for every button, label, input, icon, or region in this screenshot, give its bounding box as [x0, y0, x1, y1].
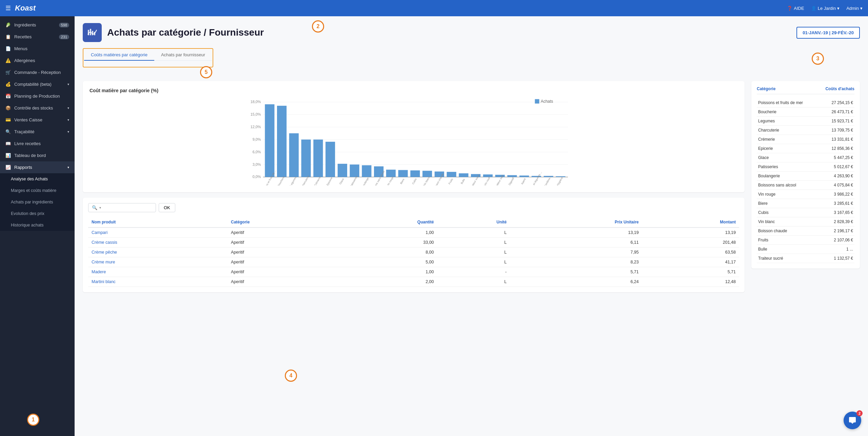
- user-menu[interactable]: 👤 Le Jardin ▾: [811, 6, 840, 11]
- topnav: ☰ Koast ❓ AIDE 👤 Le Jardin ▾ Admin ▾: [0, 0, 868, 16]
- sidebar-item-analyse-achats[interactable]: Analyse des Achats: [0, 173, 75, 185]
- page-title: Achats par catégorie / Fournisseur: [107, 27, 264, 38]
- sidebar-item-rapports[interactable]: 📈Rapports ▾: [0, 161, 75, 173]
- svg-text:6,0%: 6,0%: [253, 150, 261, 154]
- right-panel-header: Catégorie Coûts d'achats: [757, 86, 854, 94]
- chevron-icon: ▾: [67, 118, 69, 122]
- sidebar-item-evolution[interactable]: Evolution des prix: [0, 208, 75, 219]
- date-range-button[interactable]: 01-JANV.-19 | 29-FÉV.-20: [796, 27, 860, 39]
- product-name[interactable]: Crème mure: [88, 257, 228, 267]
- sidebar: 🥬Ingrédients 598 📋Recettes 231 📄Menus ⚠️…: [0, 16, 75, 436]
- table-row: Madere Aperitif 1,00 - 5,71 5,71: [88, 267, 739, 277]
- product-quantite: 5,00: [337, 257, 437, 267]
- product-montant: 201,48: [642, 238, 739, 247]
- table-row: Crème pêche Aperitif 8,00 L 7,95 63,58: [88, 247, 739, 257]
- product-unite: -: [437, 267, 510, 277]
- svg-rect-22: [289, 133, 299, 177]
- category-value: 5 012,67 €: [822, 162, 854, 172]
- search-input[interactable]: [103, 205, 151, 210]
- svg-text:Vin rouge: Vin rouge: [386, 176, 394, 185]
- sidebar-item-recettes[interactable]: 📋Recettes 231: [0, 31, 75, 43]
- category-label: Boissons sans alcool: [757, 181, 822, 190]
- rapports-icon: 📈: [5, 165, 11, 170]
- content-right: Catégorie Coûts d'achats Poissons et fru…: [751, 81, 860, 292]
- help-icon: ❓: [787, 6, 792, 11]
- chevron-down-icon: ▾: [860, 6, 863, 11]
- product-quantite: 33,00: [337, 238, 437, 247]
- product-categorie: Aperitif: [228, 277, 337, 287]
- right-panel-row: Patisseries 5 012,67 €: [757, 162, 854, 172]
- menu-icon[interactable]: ☰: [5, 4, 11, 12]
- main-content: Achats par catégorie / Fournisseur 01-JA…: [75, 16, 868, 436]
- admin-menu[interactable]: Admin ▾: [846, 6, 863, 11]
- category-label: Glace: [757, 153, 822, 162]
- sidebar-item-livre[interactable]: 📖Livre recettes: [0, 138, 75, 150]
- product-name[interactable]: Campari: [88, 227, 228, 238]
- sidebar-item-allergenes[interactable]: ⚠️Allergènes: [0, 55, 75, 66]
- comptabilite-icon: 💰: [5, 82, 11, 87]
- chat-bubble[interactable]: 2: [844, 412, 861, 429]
- svg-text:Cubis: Cubis: [411, 178, 417, 185]
- help-link[interactable]: ❓ AIDE: [787, 6, 804, 11]
- sidebar-item-tableau[interactable]: 📊Tableau de bord: [0, 150, 75, 161]
- svg-rect-60: [519, 176, 529, 177]
- svg-rect-44: [422, 171, 432, 177]
- recettes-icon: 📋: [5, 34, 11, 39]
- svg-text:Crémerie: Crémerie: [313, 176, 321, 185]
- svg-rect-28: [326, 142, 335, 177]
- chat-badge: 2: [856, 410, 863, 416]
- sidebar-item-marges[interactable]: Marges et coûts matière: [0, 185, 75, 196]
- search-chevron[interactable]: ▾: [99, 206, 101, 210]
- svg-text:Fruits: Fruits: [448, 178, 454, 185]
- page-header-left: Achats par catégorie / Fournisseur: [83, 23, 264, 42]
- table-row: Martini blanc Aperitif 2,00 L 6,24 12,48: [88, 277, 739, 287]
- product-name[interactable]: Crème cassis: [88, 238, 228, 247]
- tab-achats-fournisseur[interactable]: Achats par fournisseur: [154, 49, 212, 61]
- product-prix: 6,11: [510, 238, 642, 247]
- sidebar-item-historique[interactable]: Historique achats: [0, 219, 75, 231]
- right-panel-table: Poissons et fruits de mer 27 254,15 € Bo…: [757, 98, 854, 263]
- svg-rect-34: [362, 165, 371, 177]
- user-icon: 👤: [811, 6, 816, 11]
- category-label: Boisson chaude: [757, 226, 822, 236]
- sidebar-item-controle[interactable]: 📦Contrôle des stocks ▾: [0, 102, 75, 114]
- product-name[interactable]: Martini blanc: [88, 277, 228, 287]
- sidebar-item-tracabilite[interactable]: 🔍Traçabilité ▾: [0, 126, 75, 138]
- svg-rect-30: [338, 164, 347, 177]
- sidebar-item-menus[interactable]: 📄Menus: [0, 43, 75, 55]
- right-col1-label: Catégorie: [757, 86, 775, 91]
- product-name[interactable]: Madere: [88, 267, 228, 277]
- sidebar-item-comptabilite[interactable]: 💰Comptabilité (beta) ▾: [0, 78, 75, 90]
- right-panel-row: Crémerie 13 331,81 €: [757, 135, 854, 144]
- svg-text:18,0%: 18,0%: [251, 100, 261, 104]
- category-label: Crémerie: [757, 135, 822, 144]
- topnav-left: ☰ Koast: [5, 4, 36, 13]
- sidebar-item-ingredients[interactable]: 🥬Ingrédients 598: [0, 19, 75, 31]
- svg-rect-24: [301, 140, 311, 177]
- category-label: Vin rouge: [757, 190, 822, 199]
- page-header: Achats par catégorie / Fournisseur 01-JA…: [83, 23, 860, 42]
- sidebar-item-commande[interactable]: 🛒Commande - Réception: [0, 66, 75, 78]
- tab-couts-matieres[interactable]: Coûts matières par catégorie: [84, 49, 154, 61]
- svg-text:12,0%: 12,0%: [251, 125, 261, 129]
- product-quantite: 2,00: [337, 277, 437, 287]
- sidebar-item-ventes[interactable]: 💳Ventes Caisse ▾: [0, 114, 75, 126]
- category-value: 5 447,25 €: [822, 153, 854, 162]
- col-prix: Prix Unitaire: [510, 217, 642, 227]
- category-value: 13 331,81 €: [822, 135, 854, 144]
- category-value: 2 196,17 €: [822, 226, 854, 236]
- content-layout: Coût matière par catégorie (%) 18,0% 15,…: [83, 81, 860, 292]
- sidebar-item-planning[interactable]: 📅Planning de Production: [0, 90, 75, 102]
- ventes-icon: 💳: [5, 117, 11, 122]
- category-value: 3 167,65 €: [822, 208, 854, 217]
- chevron-icon: ▾: [67, 106, 69, 110]
- product-categorie: Aperitif: [228, 257, 337, 267]
- search-ok-button[interactable]: OK: [159, 203, 175, 212]
- right-col2-label: Coûts d'achats: [825, 86, 854, 91]
- product-name[interactable]: Crème pêche: [88, 247, 228, 257]
- sidebar-item-achats-ing[interactable]: Achats par ingrédients: [0, 196, 75, 208]
- svg-text:Vin rosé: Vin rosé: [484, 177, 491, 185]
- product-montant: 12,48: [642, 277, 739, 287]
- svg-text:9,0%: 9,0%: [253, 137, 261, 141]
- table-row: Crème mure Aperitif 5,00 L 8,23 41,17: [88, 257, 739, 267]
